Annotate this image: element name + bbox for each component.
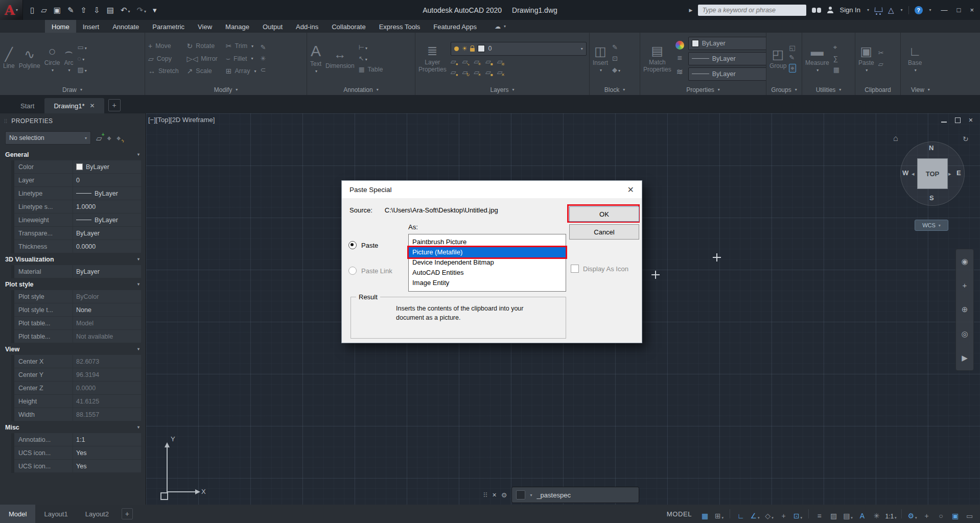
create-block-icon[interactable]: ⊡ bbox=[612, 55, 620, 62]
lineweight-dropdown[interactable]: ByLayer ▾ bbox=[688, 52, 766, 65]
prop-row-plot-table-type[interactable]: Plot table... Not available bbox=[14, 330, 146, 343]
arc-button[interactable]: ⌢ Arc ▾ bbox=[64, 45, 73, 73]
orbit-icon[interactable]: ◎ bbox=[961, 329, 968, 339]
section-plot-style[interactable]: Plot style▾ bbox=[0, 278, 146, 290]
prop-row-layer[interactable]: Layer 0 bbox=[14, 174, 146, 186]
autodesk-account-icon[interactable]: △ bbox=[888, 6, 894, 15]
prop-row-width[interactable]: Width 88.1557 bbox=[14, 408, 146, 421]
trim-button[interactable]: ✂Trim▾ bbox=[226, 42, 256, 50]
layer-lock-icon[interactable]: ▱■ bbox=[485, 58, 491, 65]
grid-toggle-icon[interactable]: ▦ bbox=[698, 506, 711, 521]
dimension-button[interactable]: ↔ Dimension bbox=[325, 48, 355, 69]
paste-link-radio[interactable]: Paste Link bbox=[348, 267, 392, 275]
sign-in-chevron-icon[interactable]: ▾ bbox=[867, 8, 869, 12]
recent-commands-icon[interactable]: ▾ bbox=[530, 493, 532, 497]
tab-model[interactable]: Model bbox=[0, 505, 35, 523]
isometric-drafting-icon[interactable]: ◇▾ bbox=[763, 506, 776, 521]
command-customize-icon[interactable]: ⚙ bbox=[501, 491, 507, 499]
viewcube-top-face[interactable]: TOP bbox=[917, 158, 948, 189]
connect-dropdown[interactable]: ☁ ▾ bbox=[491, 20, 510, 33]
plot-icon[interactable]: ▤ bbox=[107, 6, 114, 15]
graphics-performance-icon[interactable]: ▣ bbox=[949, 506, 962, 521]
explode-icon[interactable]: ✳ bbox=[260, 55, 266, 62]
scale-button[interactable]: ↗Scale bbox=[187, 67, 218, 75]
select-objects-icon[interactable]: ⌖ϟ bbox=[116, 134, 121, 142]
application-menu-button[interactable]: A ▾ bbox=[0, 0, 23, 20]
mirror-button[interactable]: ▷◁Mirror bbox=[187, 54, 218, 63]
prop-row-plot-style[interactable]: Plot style ByColor bbox=[14, 290, 146, 303]
section-view[interactable]: View▾ bbox=[0, 343, 146, 355]
command-input-box[interactable]: ▾ bbox=[511, 487, 639, 503]
linetype-dropdown[interactable]: ByLayer ▾ bbox=[688, 67, 766, 81]
lineweight-list-icon[interactable]: ≡ bbox=[678, 54, 682, 63]
rotate-button[interactable]: ↻Rotate bbox=[187, 42, 218, 50]
search-binoculars-icon[interactable] bbox=[812, 7, 821, 13]
save-to-web-icon[interactable]: ⇩ bbox=[94, 6, 100, 15]
polyline-button[interactable]: ∿ Polyline bbox=[19, 48, 40, 69]
prop-row-center-x[interactable]: Center X 82.6073 bbox=[14, 355, 146, 368]
help-icon[interactable]: ? bbox=[915, 6, 923, 14]
group-button[interactable]: ◰ Group bbox=[769, 48, 786, 69]
annotation-visibility-icon[interactable]: A bbox=[856, 506, 869, 521]
isolate-objects-icon[interactable]: ○ bbox=[935, 506, 947, 521]
tab-manage[interactable]: Manage bbox=[219, 20, 256, 33]
color-wheel-icon[interactable] bbox=[675, 41, 684, 50]
tab-collaborate[interactable]: Collaborate bbox=[325, 20, 372, 33]
panel-label-block[interactable]: Block▾ bbox=[590, 84, 640, 95]
redo-icon[interactable]: ↷▾ bbox=[137, 6, 147, 15]
prop-row-height[interactable]: Height 41.6125 bbox=[14, 395, 146, 408]
fillet-button[interactable]: ⌣Fillet▾ bbox=[226, 54, 256, 63]
quick-calculator-icon[interactable]: ∑ bbox=[833, 55, 839, 62]
group-selection-toggle-icon[interactable]: ⌖ bbox=[789, 64, 796, 73]
erase-icon[interactable]: ✎ bbox=[260, 44, 266, 51]
layer-dropdown[interactable]: ☀ 0 ▾ bbox=[451, 42, 587, 56]
tab-express-tools[interactable]: Express Tools bbox=[372, 20, 427, 33]
copy-clip-icon[interactable]: ▱ bbox=[878, 61, 884, 67]
model-space-badge[interactable]: MODEL bbox=[667, 510, 692, 518]
section-general[interactable]: General▾ bbox=[0, 149, 146, 160]
table-button[interactable]: ▦Table bbox=[359, 66, 383, 73]
base-button[interactable]: ∟ Base▾ bbox=[908, 45, 922, 73]
prop-row-transparency[interactable]: Transpare... ByLayer bbox=[14, 227, 146, 240]
command-input[interactable] bbox=[535, 491, 635, 500]
clean-screen-icon[interactable]: ▭ bbox=[963, 506, 976, 521]
zoom-icon[interactable]: ⊕ bbox=[962, 305, 968, 314]
radio-selected-icon[interactable] bbox=[348, 241, 357, 249]
section-misc[interactable]: Misc▾ bbox=[0, 421, 146, 433]
tab-parametric[interactable]: Parametric bbox=[146, 20, 191, 33]
panel-label-properties[interactable]: Properties▾ bbox=[640, 84, 766, 95]
stretch-button[interactable]: ↔Stretch bbox=[148, 67, 179, 75]
cut-icon[interactable]: ✂ bbox=[878, 50, 884, 56]
ellipse-icon[interactable]: ◌▾ bbox=[77, 55, 86, 62]
annotation-monitor-icon[interactable]: + bbox=[920, 506, 933, 521]
list-item-selected[interactable]: Picture (Metafile) bbox=[409, 247, 566, 257]
line-button[interactable]: ╱ Line bbox=[3, 48, 15, 69]
doc-minimize-button[interactable] bbox=[941, 122, 947, 123]
user-avatar-icon[interactable] bbox=[827, 7, 834, 13]
save-as-icon[interactable]: ✎ bbox=[67, 6, 74, 15]
tab-drawing1[interactable]: Drawing1* ✕ bbox=[44, 98, 104, 113]
snap-mode-icon[interactable]: ⊞▾ bbox=[713, 506, 726, 521]
viewcube-rotate-right-icon[interactable]: ▸ bbox=[948, 171, 951, 177]
list-item[interactable]: AutoCAD Entities bbox=[409, 268, 566, 278]
showmotion-icon[interactable]: ▶ bbox=[962, 353, 968, 363]
linetype-list-icon[interactable]: ≋ bbox=[676, 67, 683, 77]
id-point-icon[interactable]: ▦ bbox=[833, 66, 839, 73]
tab-output[interactable]: Output bbox=[256, 20, 289, 33]
autoscale-icon[interactable]: ✳ bbox=[870, 506, 883, 521]
layer-match-icon[interactable]: ▱≋ bbox=[497, 58, 503, 65]
layer-off-icon[interactable]: ▱● bbox=[451, 58, 456, 65]
panel-label-layers[interactable]: Layers▾ bbox=[415, 84, 589, 95]
open-file-icon[interactable]: ▱ bbox=[41, 6, 47, 15]
prop-row-color[interactable]: Color ByLayer bbox=[14, 160, 146, 173]
layer-thaw-all-icon[interactable]: ▱☀ bbox=[474, 68, 479, 76]
prop-row-lineweight[interactable]: Lineweight ByLayer bbox=[14, 213, 146, 226]
group-edit-icon[interactable]: ✎ bbox=[789, 54, 796, 61]
panel-label-draw[interactable]: Draw▾ bbox=[0, 84, 145, 95]
search-arrow-icon[interactable]: ▶ bbox=[689, 8, 693, 13]
full-navigation-wheel-icon[interactable]: ◉ bbox=[961, 257, 968, 266]
object-snap-tracking-icon[interactable]: + bbox=[777, 506, 790, 521]
ortho-mode-icon[interactable]: ∟ bbox=[734, 506, 747, 521]
prop-row-plot-table-attached[interactable]: Plot table... Model bbox=[14, 317, 146, 329]
viewcube-east[interactable]: E bbox=[956, 169, 961, 177]
